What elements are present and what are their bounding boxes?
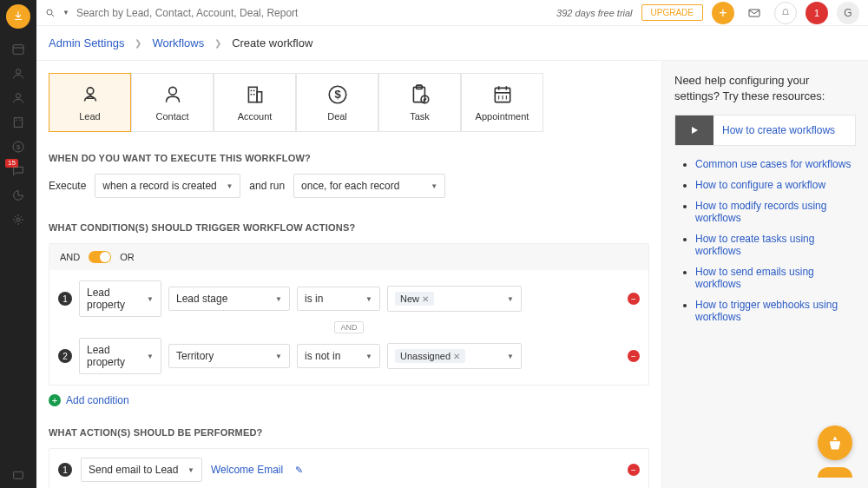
- add-new-button[interactable]: +: [712, 2, 734, 24]
- and-or-toggle[interactable]: [89, 251, 111, 263]
- caret-down-icon: ▼: [147, 353, 154, 360]
- caret-down-icon: ▼: [187, 466, 194, 474]
- module-lead[interactable]: Lead: [49, 73, 131, 132]
- breadcrumb-admin[interactable]: Admin Settings: [49, 36, 124, 49]
- secondary-fab[interactable]: [818, 467, 852, 478]
- help-video-link[interactable]: How to create workflows: [713, 124, 844, 136]
- action-template-link[interactable]: Welcome Email: [211, 464, 283, 476]
- deal-icon: $: [326, 83, 349, 106]
- logo-icon: [12, 10, 24, 23]
- svg-rect-17: [257, 92, 261, 102]
- condition-field-select[interactable]: Lead stage▼: [168, 287, 290, 311]
- building-icon: [11, 115, 25, 129]
- nav-contacts[interactable]: [0, 86, 36, 110]
- help-link[interactable]: How to modify records using workflows: [695, 200, 826, 224]
- conditions-section-header: WHAT CONDITION(S) SHOULD TRIGGER WORKFLO…: [49, 222, 649, 233]
- module-account[interactable]: Account: [214, 73, 296, 132]
- upgrade-button[interactable]: UPGRADE: [641, 4, 703, 21]
- caret-down-icon: ▼: [275, 295, 282, 303]
- action-number: 1: [58, 463, 72, 477]
- help-link[interactable]: How to configure a workflow: [695, 179, 825, 191]
- delete-condition-button[interactable]: −: [628, 293, 640, 305]
- edit-icon[interactable]: ✎: [295, 465, 303, 476]
- condition-source-select[interactable]: Lead property▼: [79, 280, 161, 317]
- user-avatar[interactable]: G: [837, 2, 859, 24]
- caret-down-icon: ▼: [147, 295, 154, 303]
- chip-remove-icon[interactable]: ✕: [422, 294, 429, 304]
- contact-icon: [11, 91, 25, 105]
- plus-icon: +: [49, 394, 61, 406]
- execute-frequency-select[interactable]: once, for each record▼: [293, 174, 445, 198]
- and-run-label: and run: [249, 180, 285, 192]
- search-dropdown-caret[interactable]: ▼: [62, 9, 69, 16]
- svg-point-11: [47, 10, 52, 15]
- condition-value-select[interactable]: Unassigned✕▼: [387, 343, 522, 369]
- module-deal[interactable]: $ Deal: [296, 73, 378, 132]
- chat-icon: [11, 164, 25, 178]
- delete-action-button[interactable]: −: [628, 464, 640, 476]
- caret-down-icon: ▼: [226, 182, 233, 190]
- chip-remove-icon[interactable]: ✕: [453, 352, 460, 361]
- help-link[interactable]: How to trigger webhooks using workflows: [695, 299, 838, 323]
- nav-settings[interactable]: [0, 208, 36, 232]
- condition-row: 2 Lead property▼ Territory▼ is not in▼ U…: [58, 333, 640, 379]
- svg-rect-5: [16, 120, 16, 121]
- execute-label: Execute: [49, 180, 86, 192]
- help-link[interactable]: Common use cases for workflows: [695, 158, 851, 170]
- breadcrumb-workflows[interactable]: Workflows: [152, 36, 204, 49]
- nav-reports[interactable]: [0, 183, 36, 208]
- notifications-button[interactable]: [774, 2, 797, 24]
- condition-value-select[interactable]: New✕▼: [387, 286, 522, 312]
- execute-section-header: WHEN DO YOU WANT TO EXECUTE THIS WORKFLO…: [49, 153, 649, 163]
- caret-down-icon: ▼: [275, 353, 282, 360]
- contact-icon: [161, 83, 184, 106]
- nav-leads[interactable]: [0, 62, 36, 86]
- marketplace-fab[interactable]: [818, 425, 852, 460]
- svg-rect-0: [13, 45, 23, 55]
- chevron-right-icon: ❯: [135, 38, 141, 48]
- task-icon: [409, 83, 431, 106]
- global-search-input[interactable]: [76, 7, 337, 19]
- search-icon[interactable]: [45, 8, 56, 18]
- gear-icon: [11, 213, 25, 227]
- module-contact[interactable]: Contact: [131, 73, 214, 132]
- play-icon: [675, 115, 713, 145]
- condition-source-select[interactable]: Lead property▼: [79, 338, 161, 374]
- chart-icon: [11, 188, 25, 202]
- condition-operator-select[interactable]: is not in▼: [297, 344, 380, 368]
- action-row: 1 Send email to Lead▼ Welcome Email ✎ −: [49, 448, 649, 488]
- module-selector: Lead Contact Account $ Deal: [49, 73, 649, 132]
- brand-logo[interactable]: [6, 4, 30, 29]
- condition-operator-select[interactable]: is in▼: [297, 287, 380, 311]
- actions-section-header: WHAT ACTION(S) SHOULD BE PERFORMED?: [49, 427, 649, 438]
- mail-button[interactable]: [743, 2, 766, 24]
- help-link[interactable]: How to send emails using workflows: [695, 266, 814, 290]
- mail-icon: [747, 6, 761, 20]
- module-appointment[interactable]: Appointment: [461, 73, 543, 132]
- help-link[interactable]: How to create tasks using workflows: [695, 233, 814, 257]
- caret-down-icon: ▼: [365, 353, 372, 360]
- nav-phone[interactable]: [0, 464, 36, 488]
- value-chip[interactable]: New✕: [395, 292, 434, 306]
- condition-field-select[interactable]: Territory▼: [168, 344, 290, 368]
- chevron-right-icon: ❯: [214, 38, 221, 48]
- alert-badge[interactable]: 1: [806, 2, 828, 24]
- condition-joiner: AND: [58, 322, 640, 333]
- caret-down-icon: ▼: [431, 182, 437, 190]
- nav-dashboard[interactable]: [0, 37, 36, 62]
- svg-line-12: [52, 14, 55, 16]
- svg-text:$: $: [16, 143, 20, 151]
- help-video-card[interactable]: How to create workflows: [674, 115, 856, 146]
- delete-condition-button[interactable]: −: [628, 350, 640, 362]
- action-type-select[interactable]: Send email to Lead▼: [81, 458, 202, 482]
- execute-trigger-select[interactable]: when a record is created▼: [95, 174, 240, 198]
- svg-point-9: [16, 218, 20, 221]
- svg-rect-10: [14, 472, 23, 478]
- value-chip[interactable]: Unassigned✕: [395, 349, 465, 363]
- nav-deals[interactable]: $: [0, 135, 36, 159]
- module-task[interactable]: Task: [378, 73, 461, 132]
- add-condition-button[interactable]: +Add condition: [49, 394, 649, 406]
- nav-accounts[interactable]: [0, 110, 36, 135]
- nav-conversations[interactable]: 15: [0, 159, 36, 183]
- svg-point-14: [87, 88, 94, 95]
